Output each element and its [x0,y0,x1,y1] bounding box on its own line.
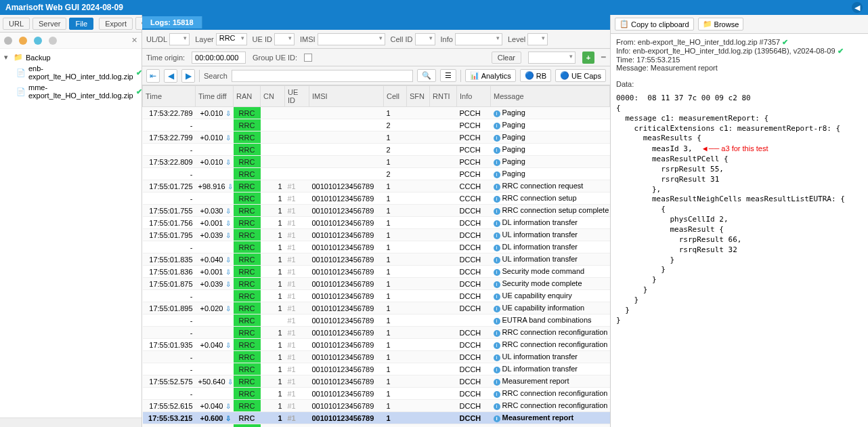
col-header[interactable]: RNTI [430,86,457,107]
filter-bar: UL/DL LayerRRC UE ID IMSI Cell ID Info L… [142,30,610,49]
h-scrollbar[interactable] [0,418,142,427]
table-row[interactable]: -RRC2PCCHiPaging [143,144,610,156]
table-row[interactable]: 17:55:53.215+0.600 ⇩RRC1#100101012345678… [143,412,610,424]
file-label: enb-export_lte_HO_inter_tdd.log.zip [28,64,133,81]
copy-button[interactable]: 📋 Copy to clipboard [615,18,694,30]
tab-logs[interactable]: Logs: 15818 [142,16,202,28]
layer-select[interactable]: RRC [216,33,247,45]
table-row[interactable]: 17:55:01.895+0.020 ⇩RRC1#100101012345678… [143,302,610,314]
main-panel: Logs: 15818 UL/DL LayerRRC UE ID IMSI Ce… [142,15,611,427]
table-row[interactable]: 17:55:01.835+0.040 ⇩RRC1#100101012345678… [143,253,610,266]
url-button[interactable]: URL [3,18,30,30]
group-checkbox[interactable] [304,54,312,62]
cellid-select[interactable] [415,33,435,45]
table-row[interactable]: 17:53:22.809+0.010 ⇩RRC1PCCHiPaging [143,156,610,168]
col-header[interactable]: Info [457,86,491,107]
dot-icon[interactable] [34,37,42,45]
group-label: Group UE ID: [253,54,297,62]
search-label: Search [204,72,227,80]
table-row[interactable]: -RRC1#10010101234567891DCCHiDL informati… [143,241,610,253]
dot-icon[interactable] [4,37,12,45]
col-header[interactable]: Cell [384,86,407,107]
cellid-label: Cell ID [391,35,413,43]
file-label: mme-export_lte_HO_inter_tdd.log.zip [28,83,133,100]
table-row[interactable]: -RRC2PCCHiPaging [143,168,610,180]
details-panel: 📋 Copy to clipboard 📁 Browse From: enb-e… [611,15,868,427]
details-body: From: enb-export_lte_HO_inter_tdd.log.zi… [611,34,868,427]
col-header[interactable]: UE ID [285,86,309,107]
file-button[interactable]: File [69,18,93,30]
preset-select[interactable] [528,52,576,64]
collapse-icon[interactable]: ◀ [852,2,863,13]
ueid-label: UE ID [253,35,272,43]
origin-bar: Time origin: Group UE ID: Clear + ━ [142,49,610,66]
tree-file[interactable]: 📄 enb-export_lte_HO_inter_tdd.log.zip ✔ [4,63,137,82]
binoculars-icon[interactable]: 🔍 [417,69,436,82]
minus-icon[interactable]: ━ [601,53,606,62]
table-row[interactable]: 17:55:01.755+0.030 ⇩RRC1#100101012345678… [143,205,610,217]
sidebar-toolbar: URL Server File Export ⟳ [0,15,142,33]
dot-icon[interactable] [49,37,57,45]
table-row[interactable]: -RRC1#10010101234567891CCCHiRRC connecti… [143,192,610,205]
imsi-select[interactable] [318,33,385,45]
detail-from: enb-export_lte_HO_inter_tdd.log.zip #735… [638,38,780,46]
tree-folder[interactable]: ▾📁 Backup [4,52,137,63]
tree-file[interactable]: 📄 mme-export_lte_HO_inter_tdd.log.zip ✔ [4,82,137,101]
search-input[interactable] [232,70,413,82]
close-icon[interactable]: ✕ [131,36,137,45]
add-button[interactable]: + [582,52,594,64]
rb-button[interactable]: 🔵 RB [520,69,551,82]
table-row[interactable]: -RRC1#10010101234567891DCCHiRRC connecti… [143,327,610,339]
nav-prev-icon[interactable]: ◀ [164,69,177,83]
logs-tabbar: Logs: 15818 [142,15,610,30]
origin-input[interactable] [192,52,246,64]
uldl-label: UL/DL [146,35,167,43]
col-header[interactable]: IMSI [309,86,384,107]
log-grid[interactable]: TimeTime diffRANCNUE IDIMSICellSFNRNTIIn… [142,85,610,427]
folder-label: Backup [26,54,51,62]
table-row[interactable]: -RRC1#10010101234567891DCCHiUE capabilit… [143,290,610,302]
col-header[interactable]: RAN [234,86,261,107]
dot-icon[interactable] [19,37,27,45]
ueid-select[interactable] [274,33,295,45]
table-row[interactable]: -RRC1#10010101234567891DCCHiUL informati… [143,351,610,363]
sidebar: URL Server File Export ⟳ ✕ ▾📁 Backup 📄 e… [0,15,142,427]
table-row[interactable]: -RRC1#10010101234567891DCCHiDL informati… [143,363,610,375]
table-row[interactable]: -RRC2PCCHiPaging [143,119,610,131]
nav-next-icon[interactable]: ▶ [181,69,195,83]
col-header[interactable]: Time [143,86,196,107]
file-tree: ▾📁 Backup 📄 enb-export_lte_HO_inter_tdd.… [0,49,142,418]
table-row[interactable]: 17:55:01.875+0.039 ⇩RRC1#100101012345678… [143,278,610,290]
server-button[interactable]: Server [32,18,66,30]
col-header[interactable]: Message [491,86,610,107]
export-button[interactable]: Export [99,18,133,30]
table-row[interactable]: 17:55:01.756+0.001 ⇩RRC1#100101012345678… [143,217,610,229]
table-row[interactable]: 17:55:01.935+0.040 ⇩RRC1#100101012345678… [143,339,610,351]
nav-first-icon[interactable]: ⇤ [146,69,160,83]
browse-button[interactable]: 📁 Browse [698,18,744,30]
filter-icon[interactable]: ☰ [440,69,456,82]
table-row[interactable]: -RRC1#10010101234567891DCCHiRRC connecti… [143,388,610,400]
level-select[interactable] [527,33,548,45]
level-label: Level [508,35,525,43]
table-row[interactable]: -RRC2#10010101234567892iEUTRA band combi… [143,424,610,428]
info-select[interactable] [455,33,502,45]
table-row[interactable]: 17:55:52.575+50.640 ⇩RRC1#10010101234567… [143,375,610,388]
details-toolbar: 📋 Copy to clipboard 📁 Browse [611,15,868,34]
table-row[interactable]: 17:53:22.799+0.010 ⇩RRC1PCCHiPaging [143,131,610,144]
col-header[interactable]: CN [261,86,285,107]
table-row[interactable]: 17:53:22.789+0.010 ⇩RRC1PCCHiPaging [143,107,610,119]
uecaps-button[interactable]: 🔵 UE Caps [555,69,606,82]
detail-time: 17:55:53.215 [636,56,680,64]
col-header[interactable]: Time diff [196,86,234,107]
uldl-select[interactable] [169,33,190,45]
app-titlebar: Amarisoft Web GUI 2024-08-09 ◀ [0,0,868,15]
col-header[interactable]: SFN [407,86,430,107]
table-row[interactable]: -RRC#10010101234567891iEUTRA band combin… [143,314,610,327]
analytics-button[interactable]: 📊 Analytics [465,69,516,82]
clear-button[interactable]: Clear [492,52,521,64]
table-row[interactable]: 17:55:01.725+98.916 ⇩RRC1#10010101234567… [143,180,610,192]
table-row[interactable]: 17:55:01.795+0.039 ⇩RRC1#100101012345678… [143,229,610,241]
table-row[interactable]: 17:55:01.836+0.001 ⇩RRC1#100101012345678… [143,266,610,278]
table-row[interactable]: 17:55:52.615+0.040 ⇩RRC1#100101012345678… [143,400,610,412]
